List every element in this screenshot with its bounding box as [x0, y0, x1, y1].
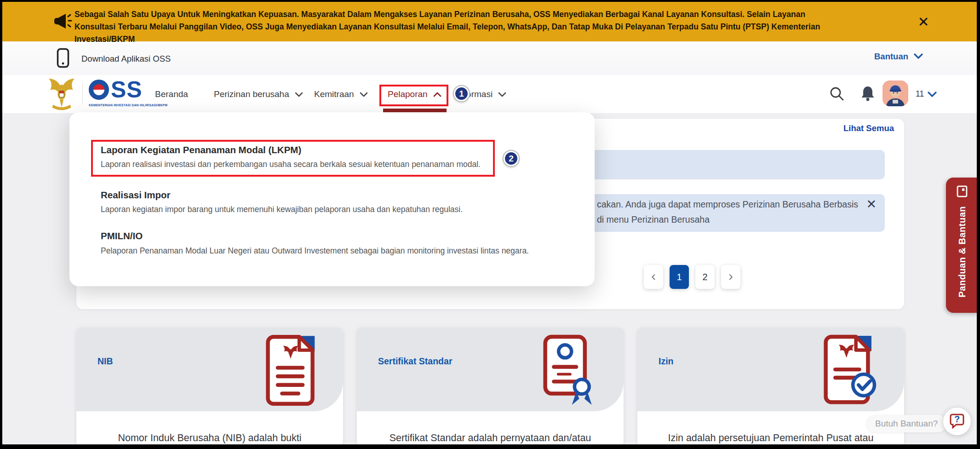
logo-divider	[82, 83, 83, 104]
chevron-down-icon[interactable]	[928, 91, 937, 99]
pagination: ‹ 1 2 ›	[644, 265, 740, 289]
menu-item-pmiln-io-desc[interactable]: Pelaporan Penanaman Modal Luar Negeri at…	[101, 246, 529, 256]
card-nib[interactable]: NIB Nomor Induk Berus	[76, 328, 343, 444]
annotation-step-1-badge: 1	[454, 86, 469, 101]
announcement-banner: Sebagai Salah Satu Upaya Untuk Meningkat…	[2, 2, 977, 41]
chevron-down-icon	[498, 89, 506, 99]
pagination-page-1-button[interactable]: 1	[670, 265, 689, 289]
notification-text-line2: di menu Perizinan Berusaha	[597, 214, 710, 225]
garuda-logo	[47, 77, 76, 113]
nav-item-kemitraan[interactable]: Kemitraan	[314, 75, 368, 113]
announcement-text: Sebagai Salah Satu Upaya Untuk Meningkat…	[75, 8, 836, 46]
nav-item-label: Kemitraan	[314, 89, 354, 99]
help-fab-button[interactable]: ?	[943, 408, 971, 435]
bell-icon[interactable]	[860, 86, 875, 104]
oss-logo-wordmark: SS	[111, 80, 143, 100]
close-icon[interactable]: ✕	[914, 12, 933, 31]
certificate-icon	[543, 334, 597, 409]
book-icon	[956, 185, 969, 200]
document-check-icon	[823, 334, 877, 409]
card-description: Sertifikat Standar adalah pernyataan dan…	[366, 432, 614, 444]
notification-text-line1: cakan. Anda juga dapat memproses Perizin…	[597, 199, 858, 210]
phone-icon	[57, 48, 69, 70]
nav-item-label: Perizinan berusaha	[214, 89, 289, 99]
chevron-down-icon	[295, 89, 303, 99]
annotation-step-2-badge: 2	[504, 151, 519, 166]
utility-bar: Download Aplikasi OSS Bantuan	[2, 41, 977, 75]
card-title: Izin	[659, 356, 674, 367]
card-description: Izin adalah persetujuan Pemerintah Pusat…	[647, 432, 895, 444]
help-menu-label: Bantuan	[874, 52, 908, 62]
oss-logo[interactable]: SS	[89, 80, 143, 100]
chevron-down-icon	[360, 89, 368, 99]
screenshot-frame: Sebagai Salah Satu Upaya Untuk Meningkat…	[0, 0, 980, 449]
active-nav-underline	[383, 109, 447, 112]
download-app-label: Download Aplikasi OSS	[81, 54, 171, 64]
oss-logo-o-mark	[89, 80, 109, 100]
card-izin[interactable]: Izin Izin adalah persetuj	[637, 328, 904, 444]
chevron-down-icon	[914, 52, 923, 61]
card-title: NIB	[97, 356, 113, 367]
pagination-next-button[interactable]: ›	[721, 265, 740, 289]
card-description: Nomor Induk Berusaha (NIB) adalah bukti	[86, 432, 334, 444]
avatar[interactable]	[883, 81, 908, 106]
card-title: Sertifikat Standar	[378, 356, 452, 367]
pagination-page-2-button[interactable]: 2	[695, 265, 715, 289]
menu-item-realisasi-impor-desc[interactable]: Laporan kegiatan impor barang untuk meme…	[101, 205, 463, 214]
see-all-link[interactable]: Lihat Semua	[843, 123, 894, 133]
menu-item-realisasi-impor-title[interactable]: Realisasi Impor	[101, 190, 171, 201]
oss-portal-screen: Sebagai Salah Satu Upaya Untuk Meningkat…	[2, 2, 977, 444]
panduan-bantuan-label: Panduan & Bantuan	[957, 206, 968, 298]
menu-item-pmiln-io-title[interactable]: PMILN/IO	[101, 230, 143, 242]
help-menu[interactable]: Bantuan	[874, 52, 923, 62]
annotation-highlight-pelaporan	[379, 85, 448, 106]
card-sertifikat-standar[interactable]: Sertifikat Standar Sertifikat Standar ad…	[357, 328, 624, 444]
oss-logo-subtitle: KEMENTERIAN INVESTASI DAN HILIRISASI/BKP…	[89, 104, 162, 107]
nav-item-perizinan-berusaha[interactable]: Perizinan berusaha	[214, 75, 303, 113]
help-tooltip: Butuh Bantuan?	[866, 415, 947, 432]
document-garuda-icon	[265, 334, 316, 409]
question-mark-label: ?	[943, 414, 971, 425]
main-nav: SS KEMENTERIAN INVESTASI DAN HILIRISASI/…	[2, 75, 977, 114]
megaphone-icon	[54, 13, 72, 31]
annotation-highlight-lkpm	[91, 140, 495, 177]
search-icon[interactable]	[829, 86, 845, 104]
nav-item-beranda[interactable]: Beranda	[155, 75, 188, 113]
download-app-link[interactable]: Download Aplikasi OSS	[57, 48, 171, 70]
pelaporan-dropdown-menu: Laporan Kegiatan Penanaman Modal (LKPM) …	[69, 112, 595, 286]
user-label: 11	[916, 89, 924, 99]
panduan-bantuan-tab[interactable]: Panduan & Bantuan	[946, 178, 977, 313]
close-icon[interactable]: ✕	[866, 197, 877, 212]
pagination-prev-button[interactable]: ‹	[644, 265, 663, 289]
nav-item-label: Beranda	[155, 89, 188, 99]
